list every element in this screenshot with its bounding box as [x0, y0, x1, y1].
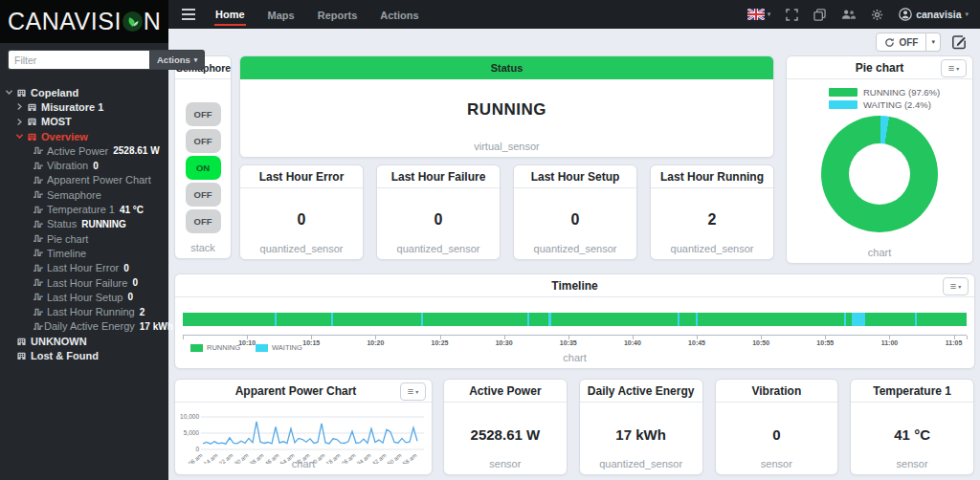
panel-menu-button[interactable]: ≡▾ [943, 277, 969, 295]
tree-item-label: Status [47, 218, 77, 229]
waveform-icon [33, 206, 47, 214]
panel-caption: virtual_sensor [240, 141, 773, 152]
semaphore-button-1[interactable]: OFF [186, 102, 221, 126]
semaphore-panel: Semaphore OFFOFFONOFFOFF stack [174, 55, 232, 259]
legend-label: WAITING [272, 343, 302, 352]
waveform-icon [33, 308, 47, 316]
nav-item-home[interactable]: Home [214, 3, 246, 26]
tree-item-active-power[interactable]: Active Power2528.61 W [0, 143, 168, 158]
user-menu[interactable]: canavisia ▾ [899, 8, 969, 21]
username-label: canavisia [916, 9, 961, 20]
tree-item-misuratore-1[interactable]: Misuratore 1 [0, 99, 168, 114]
tree-item-label: Copeland [31, 87, 78, 98]
edit-dashboard-button[interactable] [951, 34, 967, 50]
actions-button-label: Actions [157, 55, 190, 65]
dashboard-toolbar: OFF ▾ [876, 33, 967, 52]
uk-flag-icon [747, 9, 765, 20]
waveform-icon [33, 293, 47, 301]
tree-item-timeline[interactable]: Timeline [0, 246, 168, 260]
hamburger-menu-icon[interactable] [182, 9, 195, 20]
tree-item-last-hour-running[interactable]: Last Hour Running2 [0, 304, 168, 318]
tree-item-label: Semaphore [47, 189, 101, 201]
axis-end-tick [967, 336, 968, 339]
building-icon [27, 132, 41, 142]
users-button[interactable] [841, 9, 856, 20]
nav-item-reports[interactable]: Reports [317, 4, 359, 25]
panel-caption: sensor [716, 458, 838, 469]
tree-item-unknown[interactable]: UNKNOWN [0, 334, 168, 348]
sidebar-actions-button[interactable]: Actions ▾ [150, 50, 205, 70]
tree-item-vibration[interactable]: Vibration0 [0, 158, 168, 172]
donut-chart [821, 116, 938, 232]
fullscreen-button[interactable] [786, 9, 798, 21]
tree-item-value: 41 °C [120, 205, 144, 215]
tree-item-label: MOST [41, 116, 72, 127]
waveform-icon [33, 322, 44, 331]
legend-item-waiting: WAITING (2.4%) [829, 98, 972, 111]
panel-caption: chart [787, 247, 972, 258]
chevron-down-icon[interactable] [15, 132, 27, 141]
timeline-segment-running [917, 313, 967, 326]
windows-button[interactable] [813, 9, 826, 21]
waveform-icon [33, 146, 47, 155]
tree-item-last-hour-error[interactable]: Last Hour Error0 [0, 261, 168, 275]
timeline-bar [183, 313, 967, 326]
tree-item-label: Last Hour Setup [47, 292, 123, 303]
stat-card-last-hour-setup: Last Hour Setup0quantized_sensor [513, 164, 637, 260]
axis-tick-label: 10:15 [302, 339, 320, 346]
semaphore-button-4[interactable]: OFF [186, 183, 221, 207]
users-icon [841, 9, 856, 20]
tree-item-overview[interactable]: Overview [0, 129, 168, 143]
status-value: RUNNING [240, 100, 773, 120]
timeline-segment-running [679, 313, 696, 326]
panel-caption: sensor [851, 458, 973, 469]
brand-logo[interactable]: CANAVISI N [0, 0, 168, 43]
sensor-card-active-power: Active Power2528.61 Wsensor [443, 379, 568, 475]
panel-caption: quantized_sensor [651, 243, 773, 254]
tree-item-label: Last Hour Error [47, 262, 119, 273]
panel-caption: quantized_sensor [240, 243, 363, 254]
tree-item-last-hour-setup[interactable]: Last Hour Setup0 [0, 290, 168, 304]
chevron-right-icon[interactable] [15, 102, 27, 111]
tree-item-pie-chart[interactable]: Pie chart [0, 231, 168, 246]
status-header: Status [240, 56, 773, 79]
panel-caption: quantized_sensor [580, 458, 702, 469]
panel-title: Temperature 1 [851, 380, 973, 403]
tree-item-status[interactable]: StatusRUNNING [0, 217, 168, 231]
timeline-segment-running [865, 313, 915, 326]
tree-item-last-hour-failure[interactable]: Last Hour Failure0 [0, 275, 168, 290]
nav-item-maps[interactable]: Maps [267, 4, 296, 25]
panel-caption: chart [175, 352, 974, 363]
panel-title: Last Hour Setup [514, 165, 636, 188]
tree-item-lost-found[interactable]: Lost & Found [0, 348, 168, 362]
tree-item-temperature-1[interactable]: Temperature 141 °C [0, 202, 168, 216]
tree-item-semaphore[interactable]: Semaphore [0, 187, 168, 202]
tree-item-label: Apparent Power Chart [47, 174, 151, 185]
panel-menu-button[interactable]: ≡▾ [941, 59, 967, 77]
y-axis-tick-label: 10,000 [180, 413, 199, 420]
tree-item-daily-active-energy[interactable]: Daily Active Energy17 kWh [0, 319, 168, 334]
y-axis-tick-label: 0 [195, 446, 199, 452]
chevron-down-icon: ▾ [956, 65, 959, 72]
tree-item-most[interactable]: MOST [0, 115, 168, 129]
settings-button[interactable] [871, 9, 883, 21]
nav-item-actions[interactable]: Actions [379, 4, 419, 25]
axis-tick-label: 10:45 [688, 339, 705, 346]
panel-menu-button[interactable]: ≡▾ [400, 382, 426, 401]
leaf-logo-icon [122, 11, 143, 32]
panel-title: Last Hour Error [240, 165, 363, 188]
semaphore-button-3[interactable]: ON [186, 156, 221, 180]
chevron-right-icon[interactable] [15, 118, 27, 126]
auto-refresh-button[interactable]: OFF [876, 33, 926, 52]
language-selector[interactable]: ▾ [747, 9, 771, 20]
stat-card-last-hour-failure: Last Hour Failure0quantized_sensor [376, 164, 501, 260]
chevron-down-icon[interactable] [5, 88, 16, 97]
building-icon [27, 102, 41, 112]
last-hour-stats-row: Last Hour Error0quantized_sensorLast Hou… [239, 164, 774, 260]
tree-item-apparent-power-chart[interactable]: Apparent Power Chart [0, 173, 168, 187]
semaphore-button-5[interactable]: OFF [186, 209, 221, 233]
filter-input[interactable] [8, 50, 150, 70]
semaphore-button-2[interactable]: OFF [186, 129, 221, 153]
refresh-dropdown-button[interactable]: ▾ [926, 33, 941, 52]
tree-item-copeland[interactable]: Copeland [0, 85, 168, 99]
